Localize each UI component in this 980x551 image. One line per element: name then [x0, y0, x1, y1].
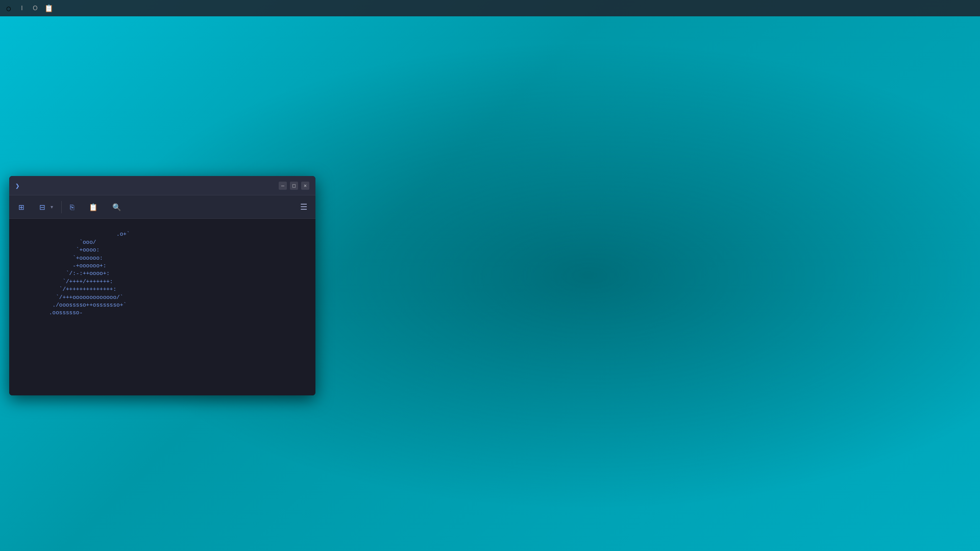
bash-copy-button[interactable]: ⎘	[65, 201, 82, 214]
bash-copy-icon: ⎘	[70, 203, 74, 211]
bash-split-view-icon: ⊟	[39, 203, 45, 211]
bash-new-tab-button[interactable]: ⊞	[13, 201, 32, 214]
bash-minimize-button[interactable]: –	[279, 182, 287, 190]
bash-find-icon: 🔍	[112, 203, 121, 211]
top-bar: ○ I O 📋	[0, 0, 980, 16]
bash-hamburger-button[interactable]: ☰	[296, 199, 311, 214]
neofetch-container: .o+` `ooo/ `+oooo: `+oooooo: -+oooooo+: …	[15, 223, 309, 317]
bash-paste-icon: 📋	[89, 203, 97, 211]
bash-find-button[interactable]: 🔍	[107, 201, 129, 214]
bash-toolbar: ⊞ ⊟ ▾ ⎘ 📋 🔍 ☰	[9, 195, 315, 219]
bash-paste-button[interactable]: 📋	[84, 201, 105, 214]
top-bar-i-icon: I	[17, 4, 27, 13]
neofetch-ascii-art: .o+` `ooo/ `+oooo: `+oooooo: -+oooooo+: …	[15, 223, 130, 317]
konsole-bash-window: ❯ – □ ✕ ⊞ ⊟ ▾ ⎘	[9, 176, 315, 395]
top-bar-clipboard-icon[interactable]: 📋	[44, 4, 53, 13]
bash-terminal-content[interactable]: .o+` `ooo/ `+oooo: `+oooooo: -+oooooo+: …	[9, 219, 315, 395]
bash-split-view-arrow: ▾	[51, 204, 53, 210]
bash-titlebar: ❯ – □ ✕	[9, 176, 315, 195]
bash-toolbar-sep1	[61, 201, 62, 213]
desktop: ○ I O 📋 ❯ – □ ✕ ⊞ ⊟ ▾	[0, 0, 980, 551]
top-bar-circle-icon[interactable]: ○	[4, 4, 13, 13]
bash-new-tab-icon: ⊞	[18, 203, 24, 211]
bash-close-button[interactable]: ✕	[301, 182, 309, 190]
bash-title-icon: ❯	[15, 182, 19, 190]
top-bar-o-icon: O	[31, 4, 40, 13]
bash-maximize-button[interactable]: □	[290, 182, 298, 190]
bash-window-controls: – □ ✕	[279, 182, 309, 190]
bash-split-view-button[interactable]: ⊟ ▾	[34, 201, 58, 214]
